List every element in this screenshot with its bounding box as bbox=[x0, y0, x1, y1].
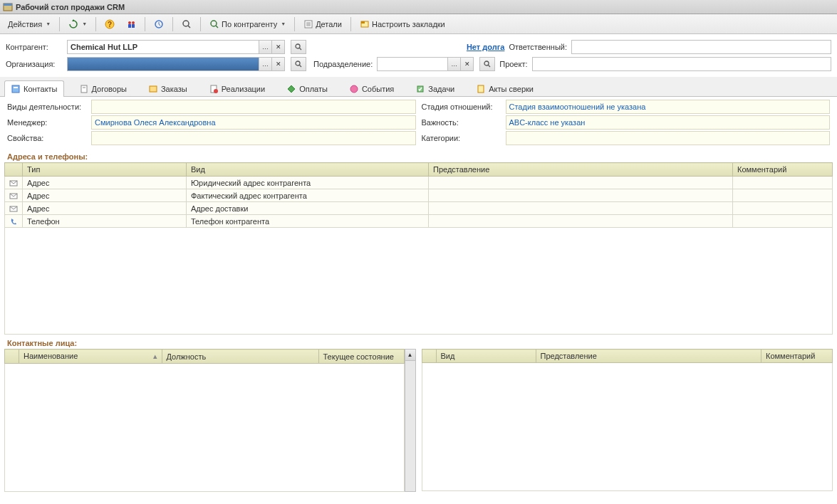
no-debt-link[interactable]: Нет долга bbox=[467, 43, 504, 51]
table-row[interactable]: АдресАдрес доставки bbox=[5, 202, 833, 215]
addresses-empty-area bbox=[4, 228, 833, 335]
col-state[interactable]: Текущее состояние bbox=[318, 350, 404, 364]
col-type[interactable]: Тип bbox=[23, 163, 187, 177]
col-name[interactable]: Наименование ▴ bbox=[19, 350, 162, 364]
cell-kind: Юридический адрес контрагента bbox=[187, 177, 429, 189]
svg-point-31 bbox=[214, 89, 218, 93]
importance-label: Важность: bbox=[422, 118, 500, 127]
cell-comment bbox=[733, 202, 833, 215]
tab-events[interactable]: События bbox=[343, 80, 400, 97]
search-subdivision-btn[interactable] bbox=[479, 57, 495, 71]
svg-rect-25 bbox=[12, 85, 19, 93]
stage-value[interactable]: Стадия взаимоотношений не указана bbox=[506, 100, 831, 114]
search-icon-btn[interactable] bbox=[177, 16, 197, 32]
categories-value[interactable] bbox=[506, 131, 831, 145]
clear-btn[interactable]: ✕ bbox=[461, 57, 474, 71]
responsible-input[interactable] bbox=[571, 40, 831, 54]
refresh-icon-btn[interactable]: ▼ bbox=[63, 16, 92, 32]
window-title: Рабочий стол продажи CRM bbox=[16, 3, 125, 11]
col-repr[interactable]: Представление bbox=[429, 163, 733, 177]
col-repr[interactable]: Представление bbox=[536, 350, 761, 363]
activity-types-value[interactable] bbox=[91, 100, 416, 114]
counterparty-label: Контрагент: bbox=[6, 43, 63, 51]
separator bbox=[95, 17, 96, 31]
project-input[interactable] bbox=[532, 57, 831, 71]
separator bbox=[350, 17, 351, 31]
col-comment[interactable]: Комментарий bbox=[761, 350, 833, 363]
svg-rect-18 bbox=[361, 21, 365, 23]
svg-point-11 bbox=[211, 21, 217, 26]
activity-types-label: Виды деятельности: bbox=[7, 103, 85, 111]
tab-agreements[interactable]: Договоры bbox=[73, 80, 133, 97]
customize-tabs-btn[interactable]: Настроить закладки bbox=[355, 16, 450, 32]
subdivision-input[interactable] bbox=[377, 57, 448, 71]
people-icon-btn[interactable] bbox=[121, 16, 141, 32]
search-organization-btn[interactable] bbox=[291, 57, 306, 71]
cell-repr bbox=[429, 202, 733, 215]
cell-type: Телефон bbox=[23, 215, 187, 228]
scroll-up-icon[interactable]: ▲ bbox=[405, 350, 415, 361]
counterparty-row: Контрагент: Chemical Hut LLP … ✕ Нет дол… bbox=[0, 38, 837, 56]
contacts-area: Наименование ▴ Должность Текущее состоян… bbox=[0, 349, 837, 492]
clear-btn[interactable]: ✕ bbox=[272, 57, 285, 71]
actions-menu[interactable]: Действия▼ bbox=[3, 17, 56, 31]
table-row[interactable]: АдресЮридический адрес контрагента bbox=[5, 177, 833, 189]
help-icon-btn[interactable]: ? bbox=[100, 16, 120, 32]
history-icon-btn[interactable] bbox=[149, 16, 169, 32]
manager-label: Менеджер: bbox=[7, 118, 85, 127]
cell-type: Адрес bbox=[23, 189, 187, 202]
tab-contacts[interactable]: Контакты bbox=[4, 80, 64, 97]
select-btn[interactable]: … bbox=[448, 57, 461, 71]
table-row[interactable]: ТелефонТелефон контрагента bbox=[5, 215, 833, 228]
select-btn[interactable]: … bbox=[259, 57, 272, 71]
addresses-section-title: Адреса и телефоны: bbox=[0, 148, 837, 162]
organization-input[interactable] bbox=[67, 57, 259, 71]
svg-point-21 bbox=[296, 61, 300, 65]
contacts-section-title: Контактные лица: bbox=[0, 335, 837, 349]
scrollbar[interactable]: ▲ bbox=[405, 349, 416, 492]
importance-value[interactable]: ABC-класс не указан bbox=[506, 115, 831, 130]
contacts-left-body[interactable] bbox=[4, 364, 405, 492]
tab-tasks[interactable]: Задачи bbox=[409, 80, 461, 97]
properties-value[interactable] bbox=[91, 131, 416, 145]
manager-value[interactable]: Смирнова Олеся Александровна bbox=[91, 115, 416, 130]
table-row[interactable]: АдресФактический адрес контрагента bbox=[5, 189, 833, 202]
contacts-right-body[interactable] bbox=[422, 363, 833, 491]
col-comment[interactable]: Комментарий bbox=[733, 163, 833, 177]
by-counterparty-btn[interactable]: По контрагенту▼ bbox=[204, 16, 291, 32]
svg-rect-5 bbox=[128, 24, 131, 28]
col-kind[interactable]: Вид bbox=[187, 163, 429, 177]
col-icon[interactable] bbox=[5, 350, 19, 364]
tab-payments[interactable]: Оплаты bbox=[280, 80, 334, 97]
col-position[interactable]: Должность bbox=[162, 350, 318, 364]
cell-kind: Фактический адрес контрагента bbox=[187, 189, 429, 202]
responsible-label: Ответственный: bbox=[509, 43, 567, 51]
counterparty-input[interactable]: Chemical Hut LLP bbox=[67, 40, 259, 54]
select-btn[interactable]: … bbox=[259, 40, 272, 54]
col-icon[interactable] bbox=[422, 350, 436, 363]
separator bbox=[172, 17, 173, 31]
row-icon bbox=[5, 177, 23, 189]
cell-kind: Адрес доставки bbox=[187, 202, 429, 215]
details-grid: Виды деятельности: Стадия отношений: Ста… bbox=[0, 97, 837, 148]
organization-row: Организация: … ✕ Подразделение: … ✕ Прое… bbox=[0, 56, 837, 73]
svg-rect-7 bbox=[132, 24, 135, 28]
cell-type: Адрес bbox=[23, 202, 187, 215]
separator bbox=[200, 17, 201, 31]
clear-btn[interactable]: ✕ bbox=[272, 40, 285, 54]
tab-sales[interactable]: Реализации bbox=[202, 80, 271, 97]
title-bar: Рабочий стол продажи CRM bbox=[0, 0, 837, 14]
categories-label: Категории: bbox=[422, 134, 500, 142]
col-kind[interactable]: Вид bbox=[436, 350, 536, 363]
svg-line-24 bbox=[489, 65, 491, 68]
tab-orders[interactable]: Заказы bbox=[142, 80, 194, 97]
tab-reconciliation[interactable]: Акты сверки bbox=[469, 80, 540, 97]
svg-rect-26 bbox=[14, 87, 18, 88]
project-label: Проект: bbox=[499, 60, 527, 68]
details-btn[interactable]: Детали bbox=[298, 16, 347, 32]
svg-line-20 bbox=[300, 48, 302, 51]
search-counterparty-btn[interactable] bbox=[291, 40, 306, 54]
row-icon bbox=[5, 215, 23, 228]
col-icon[interactable] bbox=[5, 163, 23, 177]
addresses-table: Тип Вид Представление Комментарий АдресЮ… bbox=[4, 162, 833, 228]
